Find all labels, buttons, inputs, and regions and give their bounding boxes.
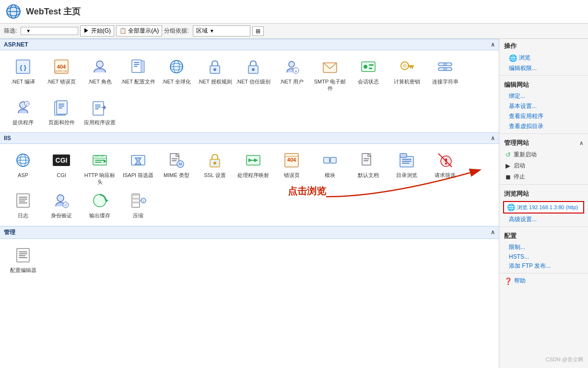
iis-collapse-btn[interactable]: ∧ [491,135,495,142]
edit-perms-link[interactable]: 编辑权限... [499,63,588,73]
request-filter-label: 请求筛选 [435,172,456,178]
bind-link[interactable]: 绑定... [499,91,588,101]
start-label: 启动 [514,162,525,170]
svg-rect-53 [95,108,99,109]
advanced-settings-link[interactable]: 高级设置... [499,214,588,225]
pages-item[interactable]: 页面和控件 [42,95,81,129]
svg-rect-48 [59,106,64,107]
default-doc-item[interactable]: 默认文档 [349,148,388,189]
management-icons-grid: 配置编辑器 [0,239,499,280]
svg-rect-111 [132,202,140,203]
isapi-item[interactable]: ISAPI 筛选器 [119,148,157,189]
net-trust-item[interactable]: .NET 信任级别 [234,54,272,95]
net-role-icon [90,57,109,76]
divider4 [499,226,588,227]
hsts-link[interactable]: HSTS... [499,252,588,261]
start-button[interactable]: ▶ 开始(G) [80,25,114,36]
mime-label: MIME 类型 [164,172,189,178]
net-compile-item[interactable]: { } .NET 编译 [4,54,42,95]
filter-dropdown[interactable]: ▼ [21,27,78,35]
net-global-icon [167,57,186,76]
limits-link[interactable]: 限制... [499,242,588,252]
show-all-button[interactable]: 📋 全部显示(A) [116,25,162,36]
edit-site-title: 编辑网站 [499,78,588,91]
ssl-item[interactable]: SSL 设置 [196,148,234,189]
svg-text:✓: ✓ [64,203,68,207]
auth-iis-item[interactable]: ✓ 身份验证 [42,188,81,222]
net-global-item[interactable]: .NET 全球化 [157,54,196,95]
group-by-dropdown[interactable]: 区域 ▼ [193,25,250,36]
add-ftp-link[interactable]: 添加 FTP 发布... [499,261,588,271]
svg-rect-32 [369,68,372,69]
svg-rect-93 [402,163,410,164]
http-headers-icon: HTTP [90,151,109,170]
net-config-item[interactable]: .NET 配置文件 [119,54,157,95]
config-editor-item[interactable]: 配置编辑器 [4,243,42,276]
machine-key-icon [397,57,416,76]
view-vdirs-link[interactable]: 查看虚拟目录 [499,121,588,131]
basic-settings-link[interactable]: 基本设置... [499,101,588,111]
aspnet-section-header: ASP.NET ∧ [0,39,499,50]
svg-rect-13 [134,64,140,65]
stop-action[interactable]: ◼ 停止 [499,171,588,182]
handler-item[interactable]: 处理程序映射 [234,148,272,189]
asp-item[interactable]: ASP [4,148,42,189]
net-user-item[interactable]: + .NET 用户 [272,54,311,95]
cgi-item[interactable]: CGI CGI [42,148,81,189]
management-collapse-btn[interactable]: ∧ [491,229,495,236]
svg-rect-109 [132,194,140,196]
svg-text:↕: ↕ [142,198,145,203]
request-filter-item[interactable]: 请求筛选 [426,148,464,189]
net-auth-icon [205,57,224,76]
connection-string-item[interactable]: ab ab 连接字符串 [426,54,464,95]
svg-marker-15 [141,61,144,72]
machine-key-item[interactable]: 计算机密钥 [388,54,426,95]
view-apps-link[interactable]: 查看应用程序 [499,111,588,121]
output-cache-item[interactable]: 输出缓存 [81,188,119,222]
svg-rect-14 [134,66,138,67]
dir-browse-item[interactable]: 目录浏览 [388,148,426,189]
ssl-icon [205,151,224,170]
svg-text:ERROR: ERROR [55,70,67,73]
browse-url-link[interactable]: 浏览 192.168.1.3:80 (http) [517,204,578,211]
providers-item[interactable]: ✓ 提供程序 [4,95,42,129]
browse-link[interactable]: 浏览 [519,54,530,62]
smtp-label: SMTP 电子邮件 [313,78,347,92]
svg-rect-116 [19,253,27,254]
log-item[interactable]: 日志 [4,188,42,222]
restart-action[interactable]: ↺ 重新启动 [499,149,588,160]
compress-icon: ↕ [129,191,148,210]
modules-item[interactable]: 模块 [311,148,349,189]
svg-point-25 [289,61,294,67]
svg-point-96 [445,163,447,165]
dir-browse-icon [397,151,416,170]
net-error-icon: 404 ERROR [52,57,71,76]
http-headers-item[interactable]: HTTP HTTP 响应标头 [81,148,119,189]
help-row: ❓ 帮助 [499,275,588,286]
compress-item[interactable]: ↕ 压缩 [119,188,157,222]
svg-text:{ }: { } [20,64,26,71]
auth-iis-label: 身份验证 [51,212,72,219]
net-role-item[interactable]: .NET 角色 [81,54,119,95]
grid-view-button[interactable]: ⊞ [252,26,264,36]
config-title: 配置 [499,229,588,242]
error-pages-item[interactable]: 404 错误页 [272,148,311,189]
svg-point-74 [213,162,216,165]
svg-text:ab: ab [443,67,447,71]
app-settings-item[interactable]: 应用程序设置 [81,95,119,129]
aspnet-collapse-btn[interactable]: ∧ [491,41,495,48]
svg-rect-108 [132,194,140,207]
net-auth-item[interactable]: .NET 授权规则 [196,54,234,95]
providers-icon: ✓ [13,98,33,117]
help-link[interactable]: 帮助 [514,277,526,285]
session-item[interactable]: 会话状态 [349,54,388,95]
mime-item[interactable]: M MIME 类型 [157,148,196,189]
browse-url-item[interactable]: 🌐 浏览 192.168.1.3:80 (http) [503,201,584,214]
start-action[interactable]: ▶ 启动 [499,160,588,171]
auth-iis-icon: ✓ [52,191,71,210]
net-error-item[interactable]: 404 ERROR .NET 错误页 [42,54,81,95]
smtp-item[interactable]: SMTP 电子邮件 [311,54,349,95]
output-cache-label: 输出缓存 [89,212,110,219]
svg-rect-115 [19,251,27,252]
stop-icon: ◼ [504,173,512,181]
